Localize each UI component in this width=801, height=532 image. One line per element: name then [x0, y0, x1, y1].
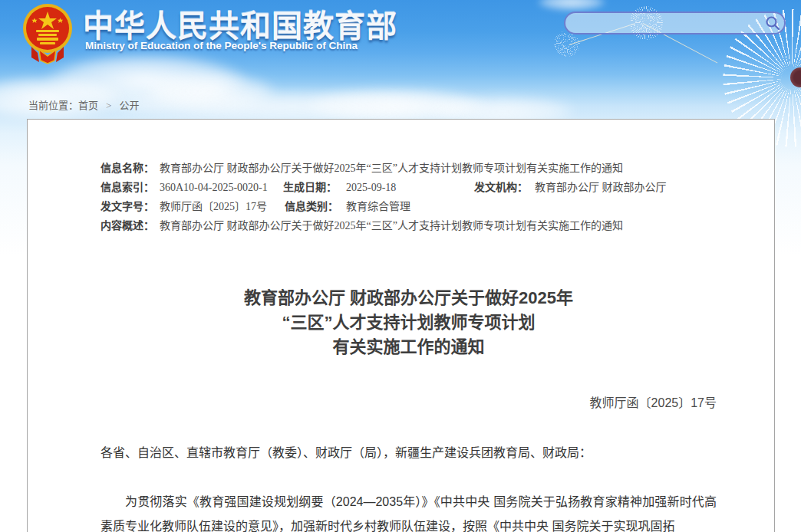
- salutation: 各省、自治区、直辖市教育厅（教委）、财政厅（局），新疆生产建设兵团教育局、财政局…: [101, 445, 717, 461]
- document-title: 教育部办公厅 财政部办公厅关于做好2025年 “三区”人才支持计划教师专项计划 …: [101, 286, 717, 360]
- breadcrumb-prefix: 当前位置：: [28, 100, 78, 111]
- meta-index-value: 360A10-04-2025-0020-1: [160, 178, 268, 197]
- meta-name-label: 信息名称：: [101, 159, 154, 178]
- document-number: 教师厅函〔2025〕17号: [101, 396, 717, 411]
- meta-category-value: 教育综合管理: [346, 197, 410, 216]
- meta-date-value: 2025-09-18: [346, 178, 396, 197]
- dandelion-seed-icon: [554, 31, 580, 57]
- cloud-decoration: [92, 90, 491, 121]
- meta-summary-value: 教育部办公厅 财政部办公厅关于做好2025年“三区”人才支持计划教师专项计划有关…: [160, 216, 623, 235]
- cloud-decoration: [537, 0, 606, 11]
- page: 中华人民共和国教育部 Ministry of Education of the …: [0, 0, 801, 532]
- meta-agency-value: 教育部办公厅 财政部办公厅: [535, 178, 667, 197]
- meta-docno-label: 发文字号：: [101, 197, 154, 216]
- meta-row-name: 信息名称： 教育部办公厅 财政部办公厅关于做好2025年“三区”人才支持计划教师…: [101, 159, 717, 178]
- document-title-line3: 有关实施工作的通知: [101, 335, 717, 360]
- search-input[interactable]: [565, 13, 761, 33]
- meta-index-label: 信息索引：: [101, 178, 154, 197]
- breadcrumb-home-link[interactable]: 首页: [78, 100, 98, 111]
- document-title-line2: “三区”人才支持计划教师专项计划: [101, 310, 717, 335]
- content-panel: 信息名称： 教育部办公厅 财政部办公厅关于做好2025年“三区”人才支持计划教师…: [27, 119, 775, 532]
- body-paragraph: 为贯彻落实《教育强国建设规划纲要（2024—2035年）》《中共中央 国务院关于…: [101, 490, 717, 532]
- meta-name-value: 教育部办公厅 财政部办公厅关于做好2025年“三区”人才支持计划教师专项计划有关…: [160, 159, 623, 178]
- meta-docno-value: 教师厅函〔2025〕17号: [160, 197, 267, 216]
- breadcrumb: 当前位置：首页>公开: [28, 97, 139, 112]
- document-metadata: 信息名称： 教育部办公厅 财政部办公厅关于做好2025年“三区”人才支持计划教师…: [101, 159, 717, 235]
- meta-date-label: 生成日期：: [283, 178, 337, 197]
- meta-row-index-date-agency: 信息索引： 360A10-04-2025-0020-1 生成日期： 2025-0…: [101, 178, 717, 197]
- document-title-line1: 教育部办公厅 财政部办公厅关于做好2025年: [101, 286, 717, 310]
- search-button[interactable]: [761, 13, 784, 33]
- breadcrumb-current-link[interactable]: 公开: [119, 100, 139, 111]
- meta-summary-label: 内容概述：: [101, 216, 154, 235]
- meta-row-summary: 内容概述： 教育部办公厅 财政部办公厅关于做好2025年“三区”人才支持计划教师…: [101, 216, 717, 235]
- breadcrumb-separator: >: [106, 100, 111, 111]
- meta-row-docno-category: 发文字号： 教师厅函〔2025〕17号 信息类别： 教育综合管理: [101, 197, 717, 216]
- site-subtitle: Ministry of Education of the People's Re…: [85, 40, 358, 51]
- search-box: [564, 11, 786, 34]
- meta-category-label: 信息类别：: [285, 197, 338, 216]
- search-icon: [765, 15, 780, 31]
- meta-agency-label: 发文机构：: [474, 178, 528, 197]
- china-national-emblem-icon: [21, 2, 74, 65]
